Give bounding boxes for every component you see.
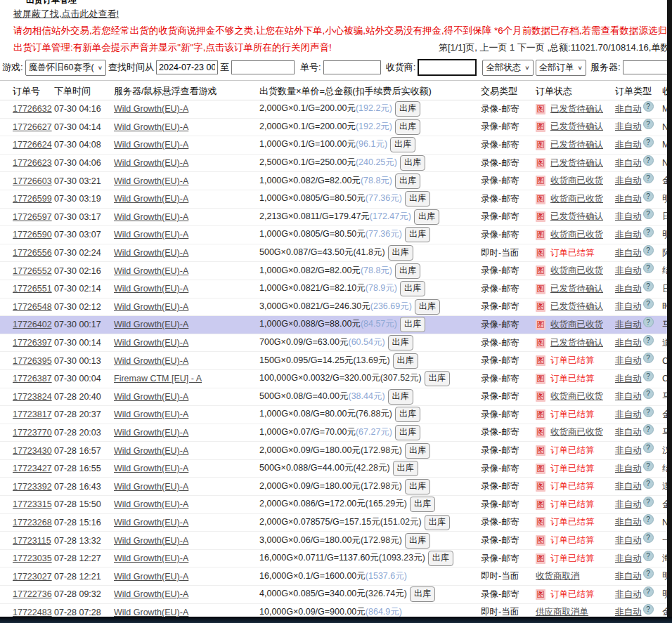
help-icon[interactable]: ?	[643, 155, 654, 166]
status-image-icon[interactable]: 图	[536, 265, 545, 276]
order-id-link[interactable]: 17723268	[13, 518, 52, 527]
status-image-icon[interactable]: 图	[536, 464, 545, 474]
receiver-input[interactable]	[418, 59, 477, 76]
order-type-link[interactable]: 非自动	[615, 553, 642, 563]
order-type-link[interactable]: 非自动	[615, 122, 642, 131]
order-id-link[interactable]: 17723817	[13, 409, 52, 419]
ship-button[interactable]: 出库	[400, 317, 425, 332]
ship-button[interactable]: 出库	[425, 371, 450, 386]
order-type-link[interactable]: 非自动	[615, 265, 642, 275]
status-image-icon[interactable]: 图	[536, 445, 545, 456]
order-id-link[interactable]: 17726603	[13, 176, 52, 186]
ship-button[interactable]: 出库	[425, 515, 450, 530]
status-image-icon[interactable]: 图	[536, 158, 545, 169]
server-link[interactable]: Wild Growth(EU)-A	[114, 104, 188, 114]
order-id-link[interactable]: 17722736	[13, 589, 52, 599]
server-link[interactable]: Wild Growth(EU)-A	[114, 464, 188, 473]
server-link[interactable]: Wild Growth(EU)-A	[114, 608, 188, 617]
order-type-link[interactable]: 非自动	[615, 481, 642, 491]
status-link[interactable]: 收货商已收货	[550, 194, 603, 204]
status-image-icon[interactable]: 图	[536, 338, 545, 348]
server-link[interactable]: Wild Growth(EU)-A	[114, 356, 188, 366]
status-image-icon[interactable]: 图	[536, 517, 545, 527]
order-id-link[interactable]: 17726548	[13, 302, 52, 312]
status-link[interactable]: 订单已结算	[550, 355, 595, 365]
status-image-icon[interactable]: 图	[536, 589, 545, 600]
order-type-link[interactable]: 非自动	[615, 409, 642, 419]
order-type-link[interactable]: 非自动	[615, 301, 642, 311]
order-type-link[interactable]: 非自动	[615, 571, 642, 581]
server-link[interactable]: Firemaw CTM [EU] - A	[114, 374, 202, 383]
help-icon[interactable]: ?	[643, 353, 654, 363]
status-link[interactable]: 已发货待确认	[550, 140, 603, 150]
ship-button[interactable]: 出库	[405, 533, 430, 549]
status-select[interactable]: 全部状态 ∨	[482, 60, 533, 76]
help-icon[interactable]: ?	[643, 209, 654, 219]
blocked-help-link[interactable]: 被屏蔽了找,点击此处查看!	[13, 8, 119, 19]
status-image-icon[interactable]: 图	[536, 140, 545, 150]
order-id-link[interactable]: 17726395	[13, 356, 52, 366]
status-image-icon[interactable]: 图	[536, 409, 545, 420]
server-link[interactable]: Wild Growth(EU)-A	[114, 158, 188, 168]
server-link[interactable]: Wild Growth(EU)-A	[114, 284, 188, 294]
order-type-link[interactable]: 非自动	[615, 589, 642, 599]
help-icon[interactable]: ?	[643, 335, 654, 346]
help-icon[interactable]: ?	[643, 551, 654, 561]
help-icon[interactable]: ?	[643, 281, 654, 291]
help-icon[interactable]: ?	[643, 371, 654, 381]
status-image-icon[interactable]: 图	[536, 122, 545, 132]
order-type-link[interactable]: 非自动	[615, 320, 642, 329]
ship-button[interactable]: 出库	[410, 586, 435, 602]
server-input[interactable]	[623, 60, 672, 74]
ship-button[interactable]: 出库	[395, 263, 420, 279]
order-type-link[interactable]: 非自动	[615, 391, 642, 401]
status-link[interactable]: 已发货待确认	[550, 284, 603, 294]
order-id-link[interactable]: 17726599	[13, 194, 52, 204]
order-type-link[interactable]: 非自动	[615, 158, 642, 168]
server-link[interactable]: Wild Growth(EU)-A	[114, 518, 188, 527]
help-icon[interactable]: ?	[643, 514, 654, 525]
order-id-link[interactable]: 17726402	[13, 320, 52, 329]
status-link[interactable]: 收货商已收货	[550, 391, 603, 401]
help-icon[interactable]: ?	[643, 263, 654, 273]
ship-button[interactable]: 出库	[388, 335, 413, 350]
order-id-link[interactable]: 17723770	[13, 428, 52, 438]
order-type-link[interactable]: 非自动	[615, 211, 642, 221]
order-type-link[interactable]: 非自动	[615, 338, 642, 348]
status-image-icon[interactable]: 图	[536, 194, 545, 204]
order-type-link[interactable]: 非自动	[615, 445, 642, 455]
help-icon[interactable]: ?	[643, 478, 654, 489]
status-link[interactable]: 已发货待确认	[550, 158, 603, 168]
server-link[interactable]: Wild Growth(EU)-A	[114, 572, 188, 582]
status-image-icon[interactable]: 图	[536, 301, 545, 312]
ship-button[interactable]: 出库	[405, 443, 430, 459]
status-image-icon[interactable]: 图	[536, 211, 545, 222]
order-id-link[interactable]: 17726556	[13, 248, 52, 258]
order-type-link[interactable]: 非自动	[615, 104, 642, 114]
order-id-link[interactable]: 17726597	[13, 212, 52, 222]
status-link[interactable]: 收货商已收货	[550, 320, 603, 329]
order-type-link[interactable]: 非自动	[615, 499, 642, 509]
help-icon[interactable]: ?	[643, 407, 654, 417]
server-link[interactable]: Wild Growth(EU)-A	[114, 230, 188, 240]
order-type-link[interactable]: 非自动	[615, 607, 642, 617]
server-link[interactable]: Wild Growth(EU)-A	[114, 536, 188, 546]
help-icon[interactable]: ?	[643, 568, 654, 579]
status-image-icon[interactable]: 图	[536, 391, 545, 402]
help-icon[interactable]: ?	[643, 173, 654, 183]
order-type-link[interactable]: 非自动	[615, 140, 642, 150]
ship-button[interactable]: 出库	[388, 245, 413, 261]
order-id-link[interactable]: 17723392	[13, 482, 52, 492]
order-id-link[interactable]: 17726623	[13, 158, 52, 168]
status-link[interactable]: 收货商取消	[536, 571, 580, 581]
server-link[interactable]: Wild Growth(EU)-A	[114, 482, 188, 492]
order-no-input[interactable]	[323, 60, 381, 74]
status-link[interactable]: 订单已结算	[550, 248, 595, 258]
ship-button[interactable]: 出库	[395, 119, 420, 135]
status-image-icon[interactable]: 图	[536, 320, 545, 330]
help-icon[interactable]: ?	[643, 101, 654, 112]
status-image-icon[interactable]: 图	[536, 553, 545, 564]
order-type-select[interactable]: 全部订单 ∨	[536, 60, 586, 76]
status-link[interactable]: 供应商取消单	[536, 607, 588, 617]
help-icon[interactable]: ?	[643, 461, 654, 471]
